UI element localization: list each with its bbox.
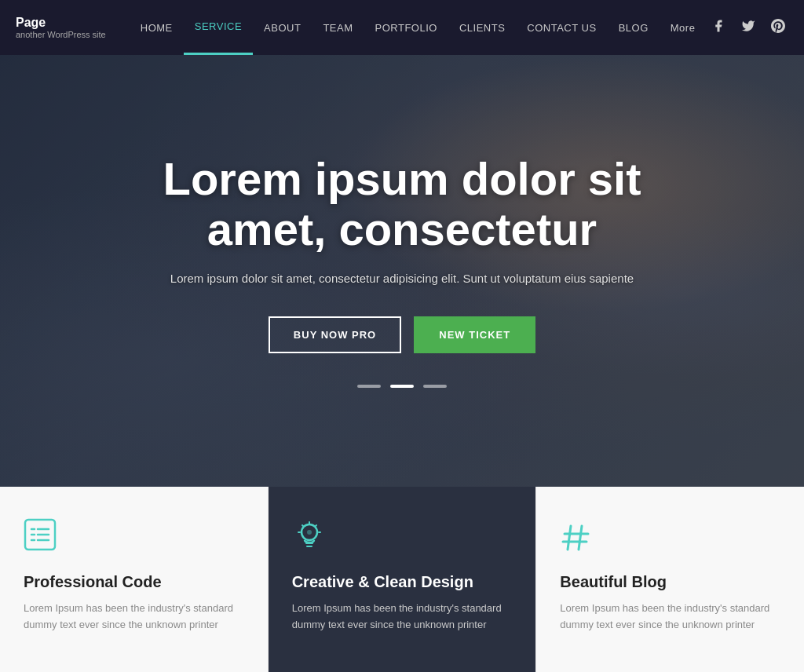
navbar: Page another WordPress site HOME SERVICE… [0, 0, 804, 55]
brand-subtitle: another WordPress site [16, 30, 106, 39]
brand: Page another WordPress site [16, 16, 106, 39]
feature-text-beautiful-blog: Lorem Ipsum has been the industry's stan… [560, 601, 780, 634]
nav-clients[interactable]: CLIENTS [448, 0, 516, 55]
pinterest-icon[interactable] [768, 16, 788, 39]
hero-section: Lorem ipsum dolor sit amet, consectetur … [0, 55, 804, 487]
dot-1[interactable] [357, 385, 381, 388]
twitter-icon[interactable] [738, 16, 758, 39]
nav-team[interactable]: TEAM [312, 0, 364, 55]
nav-home[interactable]: HOME [130, 0, 184, 55]
svg-line-13 [302, 525, 304, 527]
feature-text-professional-code: Lorem Ipsum has been the industry's stan… [24, 601, 244, 634]
feature-creative-design: Creative & Clean Design Lorem Ipsum has … [269, 487, 537, 672]
svg-line-14 [315, 525, 316, 527]
nav-more[interactable]: More [660, 0, 707, 55]
feature-title-professional-code: Professional Code [24, 573, 244, 591]
brand-title: Page [16, 16, 106, 30]
feature-text-creative-design: Lorem Ipsum has been the industry's stan… [292, 601, 513, 634]
feature-beautiful-blog: Beautiful Blog Lorem Ipsum has been the … [536, 487, 804, 672]
nav-portfolio[interactable]: PORTFOLIO [364, 0, 448, 55]
dot-2[interactable] [390, 385, 414, 388]
hash-icon [560, 518, 599, 557]
hero-content: Lorem ipsum dolor sit amet, consectetur … [88, 154, 716, 389]
bulb-icon [292, 518, 331, 557]
new-ticket-button[interactable]: NEW TICKET [414, 316, 535, 353]
facebook-icon[interactable] [708, 16, 729, 39]
nav-about[interactable]: ABOUT [253, 0, 312, 55]
hero-title: Lorem ipsum dolor sit amet, consectetur [104, 154, 700, 254]
nav-service[interactable]: SERVICE [184, 0, 253, 55]
svg-point-15 [307, 530, 312, 535]
features-section: Professional Code Lorem Ipsum has been t… [0, 487, 804, 672]
list-icon [24, 518, 63, 557]
hero-subtitle: Lorem ipsum dolor sit amet, consectetur … [104, 269, 700, 288]
hero-buttons: BUY NOW PRO NEW TICKET [104, 316, 700, 353]
feature-professional-code: Professional Code Lorem Ipsum has been t… [0, 487, 269, 672]
dot-3[interactable] [423, 385, 447, 388]
nav-social [708, 16, 788, 39]
feature-title-creative-design: Creative & Clean Design [292, 573, 513, 591]
svg-line-16 [568, 526, 571, 550]
hero-dots [104, 385, 700, 388]
navbar-links: HOME SERVICE ABOUT TEAM PORTFOLIO CLIENT… [130, 0, 708, 55]
feature-title-beautiful-blog: Beautiful Blog [560, 573, 780, 591]
nav-blog[interactable]: BLOG [608, 0, 660, 55]
buy-now-button[interactable]: BUY NOW PRO [269, 316, 401, 353]
nav-contact[interactable]: CONTACT US [516, 0, 607, 55]
svg-line-17 [579, 526, 582, 550]
